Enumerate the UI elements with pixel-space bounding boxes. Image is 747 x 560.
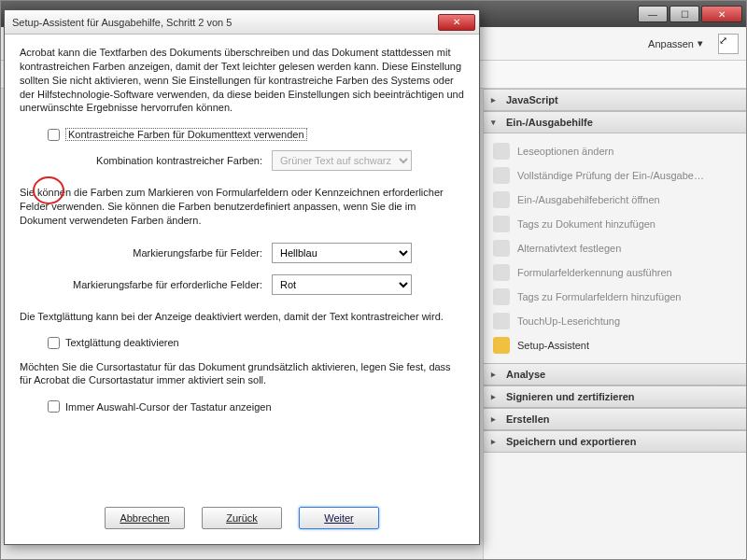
panel-item-label: Alternativtext festlegen: [517, 243, 621, 254]
panel-item-label: Tags zu Formularfeldern hinzufügen: [517, 291, 681, 302]
panel-item-pruefung[interactable]: Vollständige Prüfung der Ein-/Ausgabe…: [487, 163, 742, 188]
panel-item-touchup[interactable]: TouchUp-Leserichtung: [487, 309, 742, 333]
form-icon: [493, 264, 510, 281]
mark-color-label: Markierungsfarbe für Felder:: [48, 247, 262, 259]
section-label: Signieren und zertifizieren: [506, 391, 635, 402]
contrast-combo-row: Kombination kontrastreicher Farben: Grün…: [48, 150, 464, 171]
minimize-button[interactable]: —: [638, 6, 668, 22]
touchup-icon: [493, 313, 510, 329]
section-label: Analyse: [506, 369, 545, 380]
panel-item-label: TouchUp-Leserichtung: [517, 315, 620, 327]
dialog-titlebar: Setup-Assistent für Ausgabehilfe, Schrit…: [5, 10, 479, 35]
panel-item-label: Leseoptionen ändern: [517, 146, 613, 157]
fieldcolor-text: Sie können die Farben zum Markieren von …: [20, 186, 464, 228]
section-javascript[interactable]: ▸JavaScript: [484, 89, 746, 111]
cursor-checkbox-row: Immer Auswahl-Cursor der Tastatur anzeig…: [48, 400, 464, 413]
chevron-down-icon: ▾: [698, 37, 703, 49]
section-label: Speichern und exportieren: [506, 436, 636, 447]
maximize-button[interactable]: ☐: [669, 6, 699, 22]
section-erstellen[interactable]: ▸Erstellen: [484, 408, 746, 430]
chevron-right-icon: ▸: [491, 437, 500, 446]
close-window-button[interactable]: ✕: [701, 6, 742, 22]
next-button[interactable]: Weiter: [299, 507, 379, 529]
smoothing-text: Die Textglättung kann bei der Anzeige de…: [20, 310, 464, 324]
panel-item-label: Tags zu Dokument hinzufügen: [517, 218, 655, 230]
cancel-button[interactable]: Abbrechen: [105, 507, 185, 529]
right-panel: ▸JavaScript ▾Ein-/Ausgabehilfe Leseoptio…: [483, 89, 746, 559]
anpassen-dropdown[interactable]: Anpassen ▾: [648, 37, 703, 49]
expand-button[interactable]: ⤢: [718, 34, 739, 54]
section-signieren[interactable]: ▸Signieren und zertifizieren: [484, 385, 746, 408]
book-icon: [493, 143, 510, 160]
panel-item-setup[interactable]: Setup-Assistent: [487, 333, 742, 357]
panel-item-alttext[interactable]: Alternativtext festlegen: [487, 236, 742, 260]
section-speichern[interactable]: ▸Speichern und exportieren: [484, 430, 746, 453]
dialog-body: Acrobat kann die Textfarben des Dokument…: [5, 35, 479, 544]
chevron-right-icon: ▸: [491, 392, 500, 401]
panel-item-label: Vollständige Prüfung der Ein-/Ausgabe…: [517, 170, 704, 181]
panel-item-label: Setup-Assistent: [517, 340, 589, 351]
anpassen-label: Anpassen: [648, 38, 694, 49]
dialog-button-row: Abbrechen Zurück Weiter: [20, 497, 464, 535]
back-button[interactable]: Zurück: [202, 507, 282, 529]
section-label: JavaScript: [506, 94, 558, 105]
dialog-title: Setup-Assistent für Ausgabehilfe, Schrit…: [12, 17, 438, 28]
required-color-combo[interactable]: Rot: [272, 274, 412, 295]
section-label: Erstellen: [506, 413, 549, 425]
contrast-combo-label: Kombination kontrastreicher Farben:: [48, 155, 262, 166]
setup-wizard-dialog: Setup-Assistent für Ausgabehilfe, Schrit…: [4, 9, 480, 545]
required-color-row: Markierungsfarbe für erforderliche Felde…: [48, 274, 464, 295]
tag-icon: [493, 288, 510, 305]
section-einausgabe-body: Leseoptionen ändern Vollständige Prüfung…: [484, 133, 746, 363]
panel-item-leseoptionen[interactable]: Leseoptionen ändern: [487, 139, 742, 163]
dialog-close-button[interactable]: ✕: [438, 14, 475, 31]
chevron-down-icon: ▾: [491, 118, 500, 127]
panel-item-tags-form[interactable]: Tags zu Formularfeldern hinzufügen: [487, 285, 742, 309]
check-icon: [493, 167, 510, 184]
section-analyse[interactable]: ▸Analyse: [484, 363, 746, 385]
contrast-combo[interactable]: Grüner Text auf schwarz: [272, 150, 412, 171]
contrast-colors-checkbox[interactable]: [48, 129, 60, 141]
wizard-icon: [493, 337, 510, 354]
chevron-right-icon: ▸: [491, 414, 500, 424]
contrast-colors-label: Kontrastreiche Farben für Dokumenttext v…: [65, 128, 307, 141]
cursor-label: Immer Auswahl-Cursor der Tastatur anzeig…: [65, 401, 272, 413]
mark-color-row: Markierungsfarbe für Felder: Hellblau: [48, 243, 464, 263]
cursor-checkbox[interactable]: [48, 400, 60, 413]
tag-icon: [493, 216, 510, 232]
panel-item-label: Formularfelderkennung ausführen: [517, 267, 672, 278]
cursor-text: Möchten Sie die Cursortastatur für das D…: [20, 360, 464, 388]
smoothing-checkbox-row: Textglättung deaktivieren: [48, 337, 464, 349]
intro-text: Acrobat kann die Textfarben des Dokument…: [20, 46, 464, 115]
smoothing-label: Textglättung deaktivieren: [65, 337, 179, 348]
panel-item-bericht[interactable]: Ein-/Ausgabehilfebericht öffnen: [487, 188, 742, 212]
required-color-label: Markierungsfarbe für erforderliche Felde…: [48, 279, 262, 290]
panel-item-tags-doc[interactable]: Tags zu Dokument hinzufügen: [487, 212, 742, 236]
mark-color-combo[interactable]: Hellblau: [272, 243, 412, 263]
contrast-colors-checkbox-row: Kontrastreiche Farben für Dokumenttext v…: [48, 128, 464, 141]
panel-item-formular[interactable]: Formularfelderkennung ausführen: [487, 260, 742, 285]
chevron-right-icon: ▸: [491, 370, 500, 379]
section-einausgabe[interactable]: ▾Ein-/Ausgabehilfe: [484, 111, 746, 133]
chevron-right-icon: ▸: [491, 95, 500, 105]
text-icon: [493, 240, 510, 257]
report-icon: [493, 191, 510, 208]
section-label: Ein-/Ausgabehilfe: [506, 117, 593, 128]
smoothing-checkbox[interactable]: [48, 337, 60, 349]
panel-item-label: Ein-/Ausgabehilfebericht öffnen: [517, 194, 660, 205]
